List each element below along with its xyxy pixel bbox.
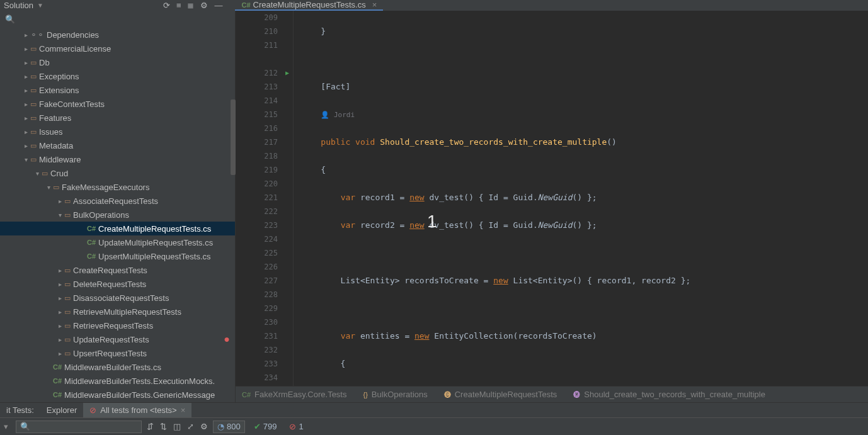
explorer-tab[interactable]: Explorer xyxy=(40,403,83,418)
tree-item-fakecontexttests[interactable]: ▸▭FakeContextTests xyxy=(0,97,235,111)
group-icon[interactable]: ◫ xyxy=(173,422,181,431)
gear-icon[interactable]: ⚙ xyxy=(200,422,208,431)
breadcrumb-project[interactable]: C# FakeXrmEasy.Core.Tests xyxy=(242,390,346,399)
chevron-icon[interactable]: ▾ xyxy=(44,184,53,191)
tree-item-middlewarebuildertests-executionmocks-[interactable]: C#MiddlewareBuilderTests.ExecutionMocks. xyxy=(0,374,235,388)
tree-item-metadata[interactable]: ▸▭Metadata xyxy=(0,138,235,152)
folder-icon: ▭ xyxy=(64,280,71,288)
gutter-line: 230 xyxy=(236,315,278,329)
chevron-icon[interactable]: ▸ xyxy=(21,59,30,66)
chevron-icon[interactable]: ▸ xyxy=(55,322,64,329)
tree-item-updaterequesttests[interactable]: ▸▭UpdateRequestTests● xyxy=(0,332,235,346)
test-total[interactable]: ◔ 800 xyxy=(213,421,245,433)
search-icon[interactable]: 🔍 xyxy=(5,14,15,24)
filter-icon[interactable]: ⇵ xyxy=(147,422,154,431)
test-fail-icon: ⊘ xyxy=(89,405,96,415)
tree-item-updatemultiplerequesttests-cs[interactable]: C#UpdateMultipleRequestTests.cs xyxy=(0,235,235,249)
tree-item-associaterequesttests[interactable]: ▸▭AssociateRequestTests xyxy=(0,194,235,208)
tests-session-tab[interactable]: ⊘ All tests from <tests> × xyxy=(83,403,191,418)
folder-icon: ▭ xyxy=(64,197,71,205)
tree-item-label: Crud xyxy=(50,169,68,178)
tree-item-dependencies[interactable]: ▸⚬⚬Dependencies xyxy=(0,28,235,42)
tree-item-retrievemultiplerequesttests[interactable]: ▸▭RetrieveMultipleRequestTests xyxy=(0,305,235,319)
tree-item-label: Middleware xyxy=(39,155,81,164)
close-icon[interactable]: × xyxy=(181,405,186,415)
chevron-icon[interactable]: ▾ xyxy=(21,156,30,163)
chevron-icon[interactable]: ▸ xyxy=(21,142,30,149)
chevron-icon[interactable]: ▸ xyxy=(21,73,30,80)
tree-item-features[interactable]: ▸▭Features xyxy=(0,111,235,125)
run-test-icon[interactable]: ▶ xyxy=(285,66,289,80)
tree-scrollbar[interactable] xyxy=(231,99,236,175)
tree-item-label: CreateMultipleRequestTests.cs xyxy=(98,224,211,234)
breadcrumb-method[interactable]: 🅜 Should_create_two_records_with_create_… xyxy=(573,390,765,399)
tree-item-exceptions[interactable]: ▸▭Exceptions xyxy=(0,69,235,83)
breadcrumb-class[interactable]: 🅒 CreateMultipleRequestTests xyxy=(444,390,557,399)
sort-icon[interactable]: ≡ xyxy=(176,1,181,10)
chevron-icon[interactable]: ▸ xyxy=(55,350,64,357)
minimize-icon[interactable]: — xyxy=(214,1,222,10)
tree-item-db[interactable]: ▸▭Db xyxy=(0,55,235,69)
chevron-icon[interactable]: ▸ xyxy=(21,31,30,38)
chevron-icon[interactable]: ▸ xyxy=(21,101,30,108)
gutter-line: 221 xyxy=(236,191,278,205)
code-editor[interactable]: 209210211212▶213214215216217218219220221… xyxy=(236,11,868,402)
fail-icon: ⊘ xyxy=(289,422,296,431)
tree-item-label: Db xyxy=(39,58,50,67)
solution-label: Solution xyxy=(4,1,33,10)
chevron-icon[interactable]: ▸ xyxy=(55,281,64,288)
dropdown-icon[interactable]: ▾ xyxy=(4,422,8,431)
folder-icon: ▭ xyxy=(30,86,37,94)
tree-item-commerciallicense[interactable]: ▸▭CommercialLicense xyxy=(0,42,235,55)
solution-tree[interactable]: ▸⚬⚬Dependencies▸▭CommercialLicense▸▭Db▸▭… xyxy=(0,28,235,402)
chevron-icon[interactable]: ▸ xyxy=(55,308,64,315)
collapse-icon[interactable]: ≣ xyxy=(187,1,194,10)
chevron-icon[interactable]: ▸ xyxy=(55,336,64,343)
tree-item-label: Exceptions xyxy=(39,72,79,81)
breadcrumb-folder[interactable]: {} BulkOperations xyxy=(363,390,427,399)
tree-item-middlewarebuildertests-genericmessage[interactable]: C#MiddlewareBuilderTests.GenericMessage xyxy=(0,388,235,402)
sort-icon[interactable]: ⇅ xyxy=(160,422,167,431)
tree-item-middlewarebuildertests-cs[interactable]: C#MiddlewareBuilderTests.cs xyxy=(0,360,235,374)
chevron-icon[interactable]: ▸ xyxy=(21,115,30,121)
tree-item-crud[interactable]: ▾▭Crud xyxy=(0,166,235,180)
chevron-icon[interactable]: ▸ xyxy=(21,45,30,52)
tree-item-createrequesttests[interactable]: ▸▭CreateRequestTests xyxy=(0,263,235,277)
tree-item-disassociaterequesttests[interactable]: ▸▭DisassociateRequestTests xyxy=(0,291,235,305)
tree-item-label: CreateRequestTests xyxy=(73,266,147,275)
solution-dropdown[interactable]: Solution ▼ xyxy=(4,1,43,10)
tree-item-issues[interactable]: ▸▭Issues xyxy=(0,125,235,138)
chevron-icon[interactable]: ▸ xyxy=(55,198,64,205)
unit-tests-tab[interactable]: it Tests: xyxy=(0,403,40,418)
tree-item-retrieverequesttests[interactable]: ▸▭RetrieveRequestTests xyxy=(0,319,235,332)
tree-item-middleware[interactable]: ▾▭Middleware xyxy=(0,152,235,166)
chevron-icon[interactable]: ▾ xyxy=(33,170,42,177)
chevron-icon[interactable]: ▸ xyxy=(21,87,30,94)
tree-item-extensions[interactable]: ▸▭Extensions xyxy=(0,83,235,97)
tree-item-fakemessageexecutors[interactable]: ▾▭FakeMessageExecutors xyxy=(0,180,235,194)
close-icon[interactable]: × xyxy=(372,0,377,9)
tree-item-upsertmultiplerequesttests-cs[interactable]: C#UpsertMultipleRequestTests.cs xyxy=(0,249,235,263)
chevron-icon[interactable]: ▾ xyxy=(55,212,64,218)
chevron-icon[interactable]: ▸ xyxy=(55,267,64,274)
tree-item-createmultiplerequesttests-cs[interactable]: C#CreateMultipleRequestTests.cs xyxy=(0,222,235,235)
tree-item-deleterequesttests[interactable]: ▸▭DeleteRequestTests xyxy=(0,277,235,291)
chevron-icon[interactable]: ▸ xyxy=(55,295,64,302)
test-search-input[interactable] xyxy=(30,422,137,431)
test-search[interactable]: 🔍 xyxy=(16,421,142,433)
chevron-icon[interactable]: ▸ xyxy=(21,128,30,135)
tree-item-upsertrequesttests[interactable]: ▸▭UpsertRequestTests xyxy=(0,346,235,360)
tree-item-bulkoperations[interactable]: ▾▭BulkOperations xyxy=(0,208,235,222)
chart-icon[interactable]: ⤢ xyxy=(187,422,194,431)
test-pass[interactable]: ✔ 799 xyxy=(250,422,281,431)
status-bar: ▾ 🔍 ⇵ ⇅ ◫ ⤢ ⚙ ◔ 800 ✔ 799 ⊘ 1 xyxy=(0,417,868,435)
test-fail[interactable]: ⊘ 1 xyxy=(285,422,307,431)
code-content[interactable]: } [Fact] 👤 Jordi public void Should_crea… xyxy=(294,11,868,402)
gutter-line: 226 xyxy=(236,260,278,274)
editor-tab[interactable]: C# CreateMultipleRequestTests.cs × xyxy=(235,0,383,11)
fail-dot-icon: ● xyxy=(224,334,230,345)
gutter-line: 217 xyxy=(236,135,278,149)
solution-explorer: 🔍 ▸⚬⚬Dependencies▸▭CommercialLicense▸▭Db… xyxy=(0,11,236,402)
refresh-icon[interactable]: ⟳ xyxy=(163,1,170,10)
gear-icon[interactable]: ⚙ xyxy=(200,1,208,10)
